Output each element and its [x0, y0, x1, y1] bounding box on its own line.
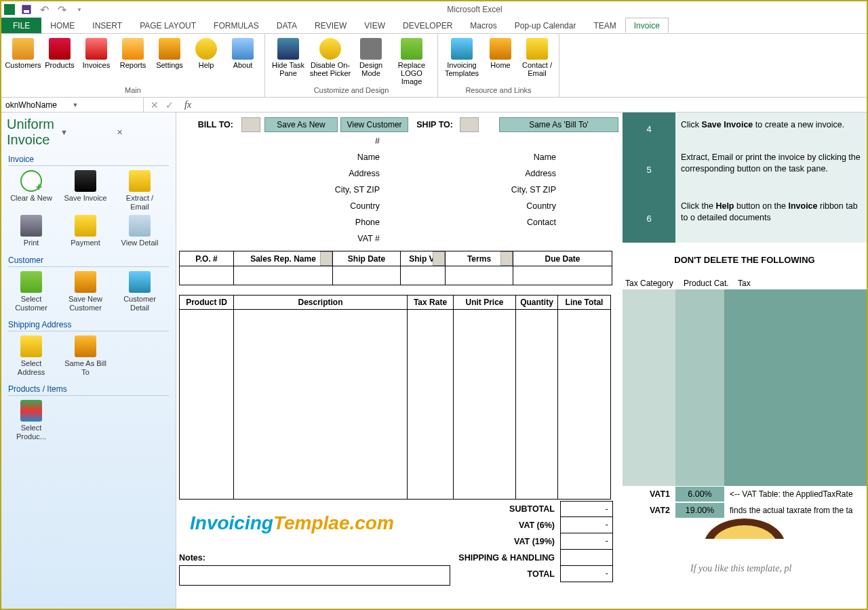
clear-new-button[interactable]: Clear & New — [8, 170, 54, 211]
undo-icon[interactable]: ↶ — [38, 3, 50, 16]
extract-email-button[interactable]: Extract / Email — [117, 170, 163, 211]
design-icon — [360, 38, 382, 60]
hint-text: Click Save Invoice to create a new invoi… — [675, 113, 867, 145]
ribbon-group-label: Customize and Design — [269, 86, 433, 97]
settings-button[interactable]: Settings — [152, 37, 187, 86]
billto-picker-button[interactable] — [241, 117, 260, 132]
select-address-button[interactable]: Select Address — [8, 336, 54, 376]
print-icon — [20, 215, 42, 237]
field-label: Country — [176, 201, 400, 211]
about-button[interactable]: About — [225, 37, 260, 86]
ribbon-group-label: Main — [5, 86, 260, 97]
contact-email-button[interactable]: Contact / Email — [519, 37, 555, 86]
tab-home[interactable]: HOME — [41, 18, 83, 33]
formula-bar: oknWhoName▼ ✕ ✓ fx — [1, 98, 867, 113]
field-label: Address — [176, 169, 400, 178]
templates-icon — [451, 38, 473, 60]
section-heading: Customer — [8, 256, 169, 267]
clear-icon — [20, 170, 42, 192]
ribbon-group-customize: Hide Task Pane Disable On-sheet Picker D… — [265, 34, 438, 97]
reports-button[interactable]: Reports — [115, 37, 151, 86]
customer-detail-button[interactable]: Customer Detail — [117, 271, 163, 312]
select-product-button[interactable]: Select Produc... — [8, 400, 54, 441]
cancel-icon[interactable]: ✕ — [151, 100, 159, 110]
shipto-label: SHIP TO: — [408, 120, 456, 129]
select-customer-icon — [20, 271, 42, 293]
task-pane: Uniform Invoice ▼ ✕ Invoice Clear & New … — [1, 113, 176, 609]
ribbon-group-resource: Invoicing Templates Home Contact / Email… — [438, 34, 559, 97]
print-button[interactable]: Print — [8, 215, 54, 247]
invoices-icon — [85, 38, 107, 60]
section-heading: Shipping Address — [8, 320, 169, 331]
tab-team[interactable]: TEAM — [585, 18, 625, 33]
products-button[interactable]: Products — [42, 37, 77, 86]
redo-icon[interactable]: ↷ — [56, 3, 68, 16]
watermark: InvoicingTemplae.com — [190, 512, 394, 534]
save-icon[interactable] — [20, 3, 33, 16]
select-customer-button[interactable]: Select Customer — [8, 271, 54, 312]
help-button[interactable]: Help — [189, 37, 224, 86]
magnifier-icon — [319, 38, 341, 60]
same-as-billto-button[interactable]: Same As Bill To — [62, 336, 108, 376]
tab-view[interactable]: VIEW — [355, 18, 394, 33]
save-as-new-button[interactable]: Save As New — [264, 117, 338, 132]
help-icon — [195, 38, 217, 60]
view-customer-button[interactable]: View Customer — [340, 117, 408, 132]
invoices-button[interactable]: Invoices — [79, 37, 114, 86]
about-icon — [232, 38, 254, 60]
field-label: Name — [400, 152, 576, 162]
tab-insert[interactable]: INSERT — [83, 18, 131, 33]
hint-text: Click the Help button on the Invoice rib… — [675, 194, 867, 243]
tab-macros[interactable]: Macros — [461, 18, 505, 33]
hide-task-pane-button[interactable]: Hide Task Pane — [269, 37, 307, 86]
same-as-billto-sheet-button[interactable]: Same As 'Bill To' — [499, 117, 618, 132]
tab-page-layout[interactable]: PAGE LAYOUT — [131, 18, 205, 33]
task-pane-close-icon[interactable]: ✕ — [114, 128, 170, 137]
hint-number: 4 — [623, 113, 675, 145]
disable-picker-button[interactable]: Disable On-sheet Picker — [309, 37, 352, 86]
task-pane-menu-icon[interactable]: ▼ — [58, 128, 114, 136]
enter-icon[interactable]: ✓ — [165, 100, 174, 110]
qat-dropdown-icon[interactable]: ▼ — [73, 3, 85, 16]
tab-formulas[interactable]: FORMULAS — [205, 18, 268, 33]
tab-file[interactable]: FILE — [1, 18, 41, 33]
hint-text: Extract, Email or print the invoice by c… — [675, 145, 867, 194]
excel-icon — [4, 4, 15, 15]
tab-data[interactable]: DATA — [268, 18, 306, 33]
field-label: Name — [176, 152, 400, 162]
image-icon — [401, 38, 422, 60]
payment-button[interactable]: Payment — [62, 215, 108, 247]
ribbon-group-label: Resource and Links — [442, 86, 555, 97]
field-label: Address — [400, 169, 576, 178]
notes-input[interactable] — [179, 565, 450, 586]
name-box[interactable]: oknWhoName▼ — [1, 98, 144, 113]
fx-icon[interactable]: fx — [180, 100, 191, 110]
field-label: # — [176, 136, 400, 146]
save-invoice-button[interactable]: Save Invoice — [62, 170, 108, 211]
app-title: Microsoft Excel — [85, 5, 864, 14]
field-label: City, ST ZIP — [176, 185, 400, 195]
design-mode-button[interactable]: Design Mode — [353, 37, 389, 86]
shipto-picker-button[interactable] — [460, 117, 479, 132]
customers-button[interactable]: Customers — [5, 37, 41, 86]
view-detail-icon — [129, 215, 151, 237]
view-detail-button[interactable]: View Detail — [117, 215, 163, 247]
email-icon — [526, 38, 548, 60]
warning-text: DON'T DELETE THE FOLLOWING — [623, 243, 867, 277]
billto-label: BILL TO: — [176, 120, 237, 129]
field-label: Contact — [400, 218, 576, 227]
line-items-table[interactable]: Product ID Description Tax Rate Unit Pri… — [179, 295, 611, 500]
save-new-customer-button[interactable]: Save New Customer — [62, 271, 108, 312]
tab-invoice[interactable]: Invoice — [625, 18, 669, 33]
tab-developer[interactable]: DEVELOPER — [394, 18, 461, 33]
tab-review[interactable]: REVIEW — [306, 18, 355, 33]
invoicing-templates-button[interactable]: Invoicing Templates — [442, 37, 481, 86]
worksheet[interactable]: BILL TO: Save As New View Customer SHIP … — [176, 113, 623, 609]
home-link-button[interactable]: Home — [483, 37, 518, 86]
tab-popup-calendar[interactable]: Pop-up Calendar — [506, 18, 585, 33]
replace-logo-button[interactable]: Replace LOGO Image — [390, 37, 433, 86]
order-info-table[interactable]: P.O. # Sales Rep. Name Ship Date Ship Vi… — [179, 251, 612, 285]
field-label: Country — [400, 201, 576, 211]
svg-rect-1 — [24, 10, 29, 13]
category-headers: Tax Category Product Cat. Tax — [623, 277, 867, 289]
